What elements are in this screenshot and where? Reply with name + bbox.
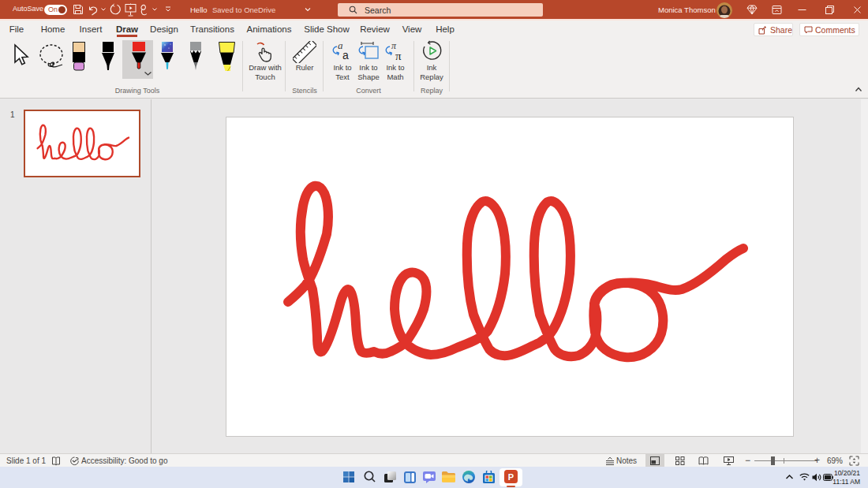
svg-text:P: P: [508, 472, 514, 482]
svg-text:π: π: [395, 50, 402, 62]
svg-text:a: a: [342, 49, 349, 61]
